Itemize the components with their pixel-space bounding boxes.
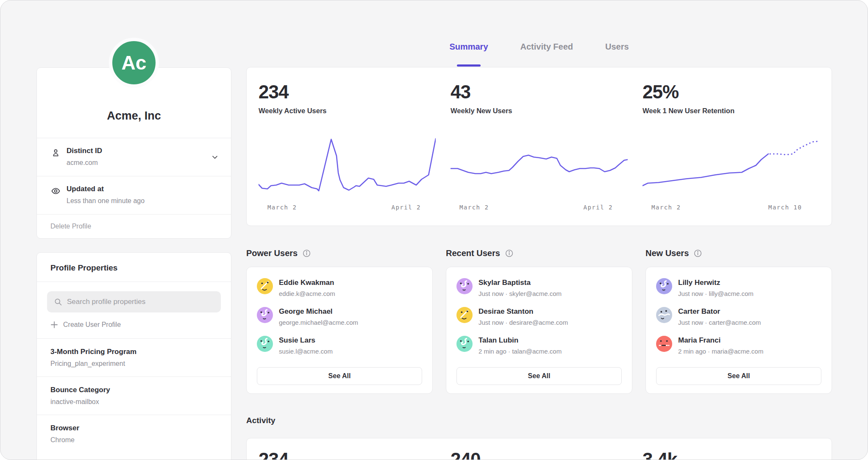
sparkline-chart (643, 134, 820, 197)
x-axis-tick: April 2 (584, 204, 613, 211)
distinct-id-value: acme.com (67, 159, 218, 167)
profile-properties-search[interactable] (47, 291, 221, 312)
user-name: Talan Lubin (479, 336, 562, 345)
main-content: Summary Activity Feed Users 234 Weekly A… (246, 0, 832, 460)
profile-properties-title: Profile Properties (37, 253, 231, 282)
x-axis-tick: March 2 (267, 204, 297, 211)
property-value: Pricing_plan_experiment (50, 360, 217, 368)
person-icon (51, 148, 61, 158)
list-item[interactable]: Eddie Kwakman eddie.k@acme.com (257, 278, 422, 297)
property-row[interactable]: Bounce Category inactive-mailbox (37, 376, 231, 415)
avatar (456, 278, 473, 294)
info-icon[interactable] (303, 249, 311, 257)
create-user-profile-label: Create User Profile (63, 321, 121, 329)
sparkline-chart (451, 134, 628, 197)
stat-label: Weekly Active Users (259, 107, 436, 115)
activity-stat: 234 (259, 450, 436, 460)
user-name: Carter Bator (678, 307, 761, 316)
list-item[interactable]: Talan Lubin 2 min ago · talan@acme.com (456, 336, 622, 355)
list-item[interactable]: Carter Bator Just now · carter@acme.com (656, 307, 821, 326)
x-axis-tick: March 2 (651, 204, 681, 211)
search-icon (54, 298, 62, 306)
chevron-down-icon[interactable] (211, 153, 219, 162)
x-axis: March 2 March 10 (643, 204, 820, 212)
avatar (656, 307, 672, 323)
plus-icon (51, 321, 58, 328)
activity-title: Activity (246, 416, 832, 428)
user-name: George Michael (279, 307, 358, 316)
app-frame: Ac Acme, Inc Distinct ID acme.com Update… (0, 0, 868, 460)
property-row[interactable]: 3-Month Pricing Program Pricing_plan_exp… (37, 338, 231, 376)
see-all-button[interactable]: See All (456, 367, 622, 385)
see-all-button[interactable]: See All (656, 367, 821, 385)
property-value: inactive-mailbox (50, 398, 217, 406)
user-meta: 2 min ago · maria@acme.com (678, 348, 763, 355)
list-item[interactable]: George Michael george.michael@acme.com (257, 307, 422, 326)
distinct-id-label: Distinct ID (67, 147, 218, 155)
profile-properties-card: Profile Properties Create User Profile 3… (36, 252, 231, 460)
list-header: Recent Users (446, 245, 632, 262)
activity-card: 234 240 3.4k (246, 438, 832, 460)
distinct-id-row[interactable]: Distinct ID acme.com (37, 138, 231, 176)
stat-weekly-new-users: 43 Weekly New Users March 2 April 2 (451, 67, 628, 226)
user-meta: Just now · lilly@acme.com (678, 290, 754, 297)
avatar (257, 336, 273, 352)
avatar (656, 336, 672, 352)
search-input[interactable] (67, 298, 214, 306)
property-value: Chrome (50, 436, 217, 444)
profile-summary-card: Acme, Inc Distinct ID acme.com Updated a… (36, 67, 231, 239)
user-meta: eddie.k@acme.com (279, 290, 335, 297)
list-item[interactable]: Susie Lars susie.l@acme.com (257, 336, 422, 355)
info-icon[interactable] (505, 249, 513, 257)
stat-weekly-active-users: 234 Weekly Active Users March 2 April 2 (259, 67, 436, 226)
user-name: Eddie Kwakman (279, 278, 335, 287)
user-meta: Just now · carter@acme.com (678, 319, 761, 326)
stat-value: 43 (451, 83, 628, 101)
user-name: Susie Lars (279, 336, 333, 345)
x-axis-tick: April 2 (392, 204, 421, 211)
power-users-card: Eddie Kwakman eddie.k@acme.com George Mi… (246, 267, 433, 394)
recent-users-card: Skylar Baptista Just now · skyler@acme.c… (446, 267, 632, 394)
user-meta: 2 min ago · talan@acme.com (479, 348, 562, 355)
avatar (257, 278, 273, 294)
user-name: Skylar Baptista (479, 278, 562, 287)
tab-activity-feed[interactable]: Activity Feed (520, 42, 573, 67)
avatar (456, 307, 473, 323)
summary-stats-card: 234 Weekly Active Users March 2 April 2 … (246, 67, 832, 226)
user-meta: susie.l@acme.com (279, 348, 333, 355)
new-users-card: Lilly Herwitz Just now · lilly@acme.com … (645, 267, 832, 394)
tab-bar: Summary Activity Feed Users (246, 0, 832, 67)
new-users-column: New Users Lilly Herwitz Just now · lilly… (645, 245, 832, 394)
list-item[interactable]: Skylar Baptista Just now · skyler@acme.c… (456, 278, 622, 297)
list-item[interactable]: Lilly Herwitz Just now · lilly@acme.com (656, 278, 821, 297)
property-row[interactable]: Browser Chrome (37, 415, 231, 453)
activity-stat: 3.4k (643, 450, 820, 460)
avatar (656, 278, 672, 294)
list-title: New Users (645, 248, 689, 258)
property-label: Bounce Category (50, 386, 217, 394)
org-avatar: Ac (109, 38, 159, 88)
stat-label: Week 1 New User Retention (643, 107, 820, 115)
list-item[interactable]: Maria Franci 2 min ago · maria@acme.com (656, 336, 821, 355)
user-name: Maria Franci (678, 336, 763, 345)
avatar (456, 336, 473, 352)
stat-label: Weekly New Users (451, 107, 628, 115)
user-name: Desirae Stanton (479, 307, 568, 316)
user-name: Lilly Herwitz (678, 278, 754, 287)
x-axis-tick: March 2 (459, 204, 489, 211)
property-label: Browser (50, 424, 217, 432)
stat-value: 25% (643, 83, 820, 101)
list-header: Power Users (246, 245, 433, 262)
info-icon[interactable] (694, 249, 702, 257)
x-axis-tick: March 10 (768, 204, 802, 211)
user-meta: Just now · skyler@acme.com (479, 290, 562, 297)
list-item[interactable]: Desirae Stanton Just now · desirare@acme… (456, 307, 622, 326)
tab-users[interactable]: Users (605, 42, 629, 67)
create-user-profile-button[interactable]: Create User Profile (51, 321, 221, 329)
tab-summary[interactable]: Summary (449, 42, 488, 67)
user-meta: Just now · desirare@acme.com (479, 319, 568, 326)
delete-profile-button[interactable]: Delete Profile (37, 214, 231, 238)
see-all-button[interactable]: See All (257, 367, 422, 385)
x-axis: March 2 April 2 (451, 204, 628, 212)
sparkline-chart (259, 134, 436, 197)
